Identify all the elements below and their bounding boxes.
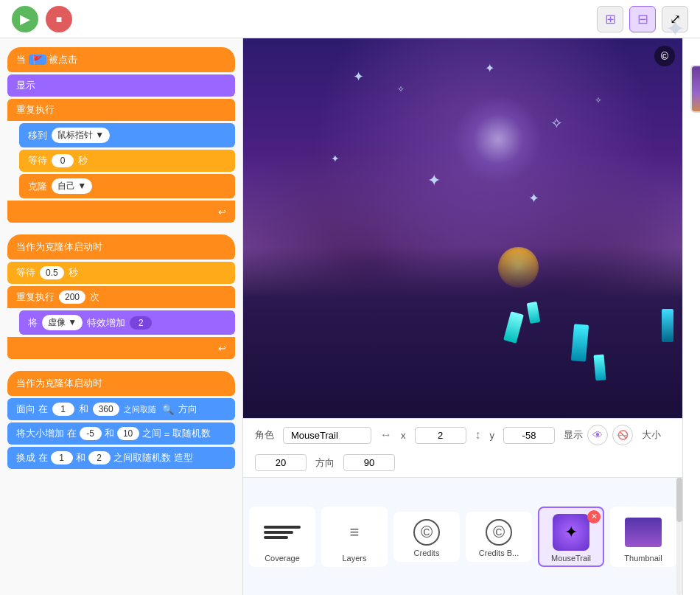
thumbnail-preview <box>625 518 662 547</box>
wait-input[interactable]: 0 <box>52 154 74 167</box>
show-eye-button[interactable]: 👁 <box>587 425 608 445</box>
block-clone-start-2[interactable]: 当作为克隆体启动时 <box>7 371 235 396</box>
costume-max-input[interactable]: 2 <box>88 451 111 464</box>
stage-area: ✦ ✧ ✦ ✧ ✦ ✦ ✧ ✦ <box>243 38 700 595</box>
block-size-change[interactable]: 将大小增加 在 -5 和 10 之间 = 取随机数 <box>7 422 235 445</box>
properties-bar: 角色 ↔ x ↕ y 显示 👁 🚫 大小 方向 <box>243 418 682 477</box>
block-repeat-200-end[interactable]: ↩ <box>7 337 235 359</box>
star-2: ✧ <box>397 84 405 94</box>
block-when-flag-clicked[interactable]: 当 🚩 被点击 <box>7 47 235 72</box>
credits-label: Credits <box>414 549 440 557</box>
y-input[interactable] <box>503 427 555 444</box>
block-repeat-end[interactable]: ↩ <box>7 201 235 223</box>
sprites-panel: Coverage ≡ Layers © <box>243 477 682 595</box>
sprite-item-layers[interactable]: ≡ Layers <box>321 507 388 567</box>
sprite-item-credits-b[interactable]: © Credits B... <box>466 512 532 562</box>
block-wait-0-5[interactable]: 等待 0.5 秒 <box>7 262 235 284</box>
block-label: 将大小增加 在 <box>16 427 77 440</box>
block-show[interactable]: 显示 <box>7 74 235 97</box>
stop-button[interactable]: ■ <box>46 6 72 32</box>
main-content: ✦ 当 🚩 被点击 显示 重复执行 移到 鼠标指针 ▼ 等待 0 秒 <box>0 38 700 595</box>
direction-label: 方向 <box>315 456 335 470</box>
block-group-2: 当作为克隆体启动时 等待 0.5 秒 重复执行 200 次 将 虚像 ▼ 特效增… <box>7 234 235 359</box>
block-label: 重复执行 <box>16 103 55 116</box>
block-ghost-effect[interactable]: 将 虚像 ▼ 特效增加 2 <box>19 310 235 335</box>
star-3: ✦ <box>485 61 494 75</box>
block-repeat[interactable]: 重复执行 <box>7 99 235 121</box>
show-label: 显示 <box>564 428 583 442</box>
green-flag-button[interactable]: ▶ <box>12 6 38 32</box>
block-move-to-mouse[interactable]: 移到 鼠标指针 ▼ <box>19 123 235 147</box>
block-group-1: 当 🚩 被点击 显示 重复执行 移到 鼠标指针 ▼ 等待 0 秒 克隆 <box>7 47 235 223</box>
star-6: ✦ <box>427 171 441 190</box>
code-panel: ✦ 当 🚩 被点击 显示 重复执行 移到 鼠标指针 ▼ 等待 0 秒 <box>0 38 243 595</box>
clone-dropdown[interactable]: 自己 ▼ <box>52 178 92 194</box>
block-costume-change[interactable]: 换成 在 1 和 2 之间取随机数 造型 <box>7 447 235 469</box>
block-face-direction[interactable]: 面向 在 1 和 360 之间取随 🔍 方向 <box>7 398 235 420</box>
star-4: ✧ <box>550 114 563 132</box>
sprite-name-input[interactable] <box>283 427 371 444</box>
size-input[interactable] <box>255 454 307 471</box>
star-8: ✦ <box>528 190 539 206</box>
equals-icon: = <box>164 428 170 439</box>
and-label2: 和 <box>105 427 114 440</box>
sprite-item-thumbnail[interactable]: Thumbnail <box>610 507 676 567</box>
sprites-scrollbar-thumb <box>676 478 682 522</box>
star-1: ✦ <box>353 69 364 85</box>
toolbar-left: ▶ ■ <box>12 6 589 32</box>
star-5: ✦ <box>331 153 340 164</box>
size-min-input[interactable]: -5 <box>80 427 102 440</box>
sprite-delete-button[interactable]: ✕ <box>587 510 601 523</box>
wait-05-input[interactable]: 0.5 <box>40 266 64 279</box>
layers-icon: ≡ <box>332 514 377 551</box>
times-label: 次 <box>90 290 99 304</box>
size-label: 大小 <box>642 428 661 442</box>
costume-min-input[interactable]: 1 <box>51 451 73 464</box>
x-label: x <box>401 430 406 441</box>
block-label: 显示 <box>16 79 35 92</box>
hide-eye-button[interactable]: 🚫 <box>612 425 633 445</box>
block-label: 当作为克隆体启动时 <box>16 377 102 390</box>
x-input[interactable] <box>415 427 466 444</box>
y-label: y <box>490 430 495 441</box>
layout-button-2[interactable]: ⊟ <box>629 6 656 32</box>
block-clone-start-1[interactable]: 当作为克隆体启动时 <box>7 234 235 260</box>
seconds-label: 秒 <box>78 154 88 167</box>
block-label: 重复执行 <box>16 290 55 304</box>
credits-b-label: Credits B... <box>479 549 519 557</box>
layout-button-1[interactable]: ⊞ <box>597 6 623 32</box>
size-max-input[interactable]: 10 <box>117 427 139 440</box>
visibility-field: 显示 👁 🚫 <box>564 425 633 445</box>
block-group-3: 当作为克隆体启动时 面向 在 1 和 360 之间取随 🔍 方向 将大小增加 在… <box>7 371 235 469</box>
block-label: 当作为克隆体启动时 <box>16 240 102 254</box>
block-label: 等待 <box>28 154 47 167</box>
stage-main: ✦ ✧ ✦ ✧ ✦ ✦ ✧ ✦ <box>243 38 682 595</box>
block-wait[interactable]: 等待 0 秒 <box>19 150 235 172</box>
block-repeat-200[interactable]: 重复执行 200 次 <box>7 286 235 308</box>
size-label3: 取随机数 <box>172 427 211 440</box>
block-label: 当 🚩 被点击 <box>16 53 77 66</box>
star-7: ✧ <box>595 95 602 105</box>
sprite-item-credits[interactable]: © Credits <box>393 512 460 562</box>
mouse-dropdown[interactable]: 鼠标指针 ▼ <box>52 128 110 143</box>
size-label2: 之间 <box>142 427 161 440</box>
seconds-label: 秒 <box>69 266 78 279</box>
stage-thumbnail[interactable] <box>690 65 701 113</box>
effect-input[interactable]: 2 <box>130 316 152 330</box>
dir-min-input[interactable]: 1 <box>52 403 74 416</box>
canvas-container[interactable]: ✦ ✧ ✦ ✧ ✦ ✦ ✧ ✦ <box>243 38 682 418</box>
block-clone[interactable]: 克隆 自己 ▼ <box>19 174 235 198</box>
sprite-item-mousetrail[interactable]: ✕ ✦ MouseTrail <box>538 507 604 567</box>
repeat-arrow: ↩ <box>218 206 226 218</box>
coverage-icon <box>260 514 304 551</box>
zoom-icon: 🔍 <box>162 404 174 415</box>
sprites-scrollbar[interactable] <box>676 478 682 595</box>
stage-sidebar: 舞台 背景 1 🐱 + 🖼 <box>682 38 700 595</box>
sprite-item-coverage[interactable]: Coverage <box>249 507 315 567</box>
dir-label: 之间取随 <box>124 404 156 415</box>
layers-label: Layers <box>342 554 366 563</box>
direction-input[interactable] <box>343 454 395 471</box>
repeat-200-input[interactable]: 200 <box>59 290 85 304</box>
dir-max-input[interactable]: 360 <box>93 403 119 416</box>
effect-dropdown[interactable]: 虚像 ▼ <box>42 315 83 330</box>
